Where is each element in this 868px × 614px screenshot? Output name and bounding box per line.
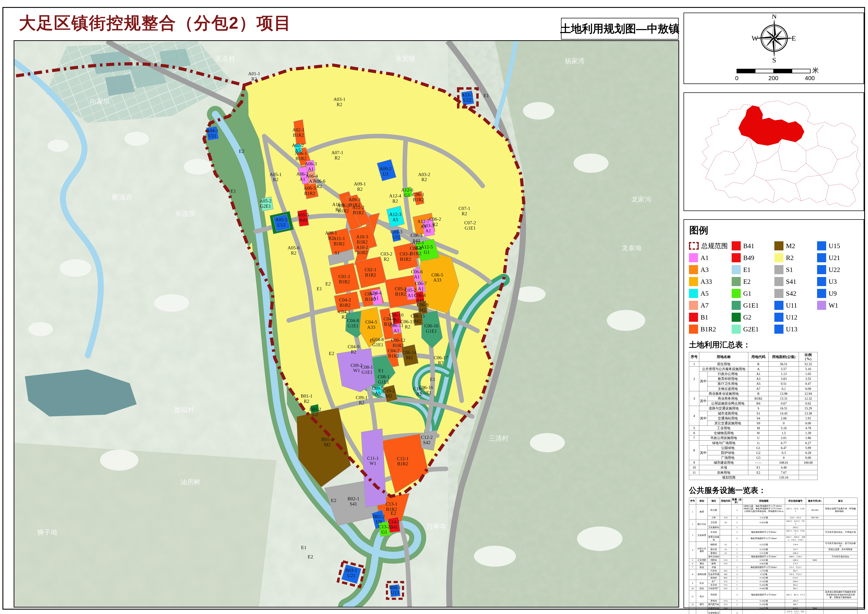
table-cell: 11: [689, 591, 696, 603]
table-cell: 8: [689, 569, 696, 580]
table-cell: 0.44公顷: [743, 587, 785, 591]
color-swatch: [731, 301, 741, 310]
table-cell: 1: [731, 576, 743, 580]
compass-s: S: [772, 56, 776, 64]
table-cell: [806, 535, 823, 542]
table-cell: 0.00: [799, 455, 818, 460]
legend-item-A7: A7: [689, 300, 731, 310]
legend-item-G2E1: G2E1: [731, 324, 773, 334]
table-cell: [720, 529, 731, 535]
table-cell: [720, 555, 731, 558]
table-cell: 3.83: [769, 377, 799, 381]
legend-item-B1: B1: [689, 312, 731, 323]
table-cell: A1: [720, 541, 731, 548]
legend-label: A33: [700, 278, 712, 285]
table-cell: 道路交通: [696, 569, 708, 580]
parcel-label-C06-12: C06-12B1R2: [391, 338, 405, 348]
main-map: 关圣村永安镇杨家湾向家坝断浅岩长连坝龙家沟龙泰坳加福村三清村万寿寺狮子坳油房树 …: [14, 41, 679, 607]
legend-label: G2: [743, 313, 751, 321]
table-cell: 污水处理厂: [708, 587, 720, 591]
table-cell: 1: [731, 526, 743, 529]
legend-item-总规范围: 总规范围: [689, 240, 731, 251]
legend-label: R2: [786, 254, 793, 262]
compass-n: N: [772, 14, 776, 20]
color-swatch: [689, 313, 698, 322]
district-subline: [837, 151, 856, 160]
table-cell: 通信: [696, 562, 708, 566]
table-cell: 文娱体育: [696, 529, 708, 541]
table-cell: [823, 551, 857, 555]
table-cell: 规划范围: [689, 475, 769, 480]
table-cell: B1B2: [748, 396, 769, 401]
table-cell: 100.00: [799, 460, 818, 465]
district-subline: [725, 153, 740, 175]
table-cell: 1: [731, 541, 743, 548]
table-cell: 广场用地: [707, 455, 748, 460]
district-subline: [725, 163, 757, 188]
table-cell: [823, 569, 857, 572]
legend-label: G2E1: [743, 325, 759, 333]
color-swatch: [774, 325, 783, 334]
table-cell: U11: [720, 583, 731, 587]
table-cell: [823, 516, 857, 519]
table-cell: A09-1、C10-1: [785, 555, 806, 558]
table-cell: C4-4: [785, 541, 806, 548]
table-cell: U11: [720, 580, 731, 583]
table-cell: U12: [720, 599, 731, 603]
table-cell: 小学: [708, 516, 720, 519]
table-cell: 0: [769, 421, 799, 426]
table-cell: [806, 583, 823, 587]
table-cell: 2: [731, 516, 743, 519]
table-cell: A5: [720, 519, 731, 526]
table-cell: A02-2、A12-3、C9-3: [785, 519, 806, 526]
legend-item-A5: A5: [689, 288, 731, 299]
table-cell: [806, 519, 823, 526]
table-cell: 3: [689, 391, 699, 406]
parcel-label-A02-1: A02-1B1R2: [292, 127, 304, 138]
place-label-向家坝: 向家坝: [90, 98, 110, 105]
place-label-永安镇: 永安镇: [395, 55, 415, 62]
table-cell: 6班幼儿园，每处用地面积不小于1800m²；9班幼儿园，每处用地面积不小于270…: [743, 504, 785, 516]
table-cell: 6: [689, 562, 696, 566]
table-cell: C3-3: [785, 562, 806, 566]
table-cell: 0: [769, 455, 799, 460]
table-cell: 5000: [806, 558, 823, 562]
table-cell: A09-2: [785, 558, 806, 562]
table-cell: ——: [748, 460, 769, 465]
table-cell: 13.98: [769, 391, 799, 396]
table-cell: 2: [731, 566, 743, 569]
table-cell: [823, 606, 857, 610]
table-cell: A1: [748, 372, 769, 377]
table-cell: 108.01: [769, 460, 799, 465]
color-swatch: [731, 265, 741, 274]
table-cell: 社区公共服务: [696, 541, 708, 558]
table-cell: [806, 541, 823, 548]
table-cell: 居住用地: [699, 361, 748, 366]
table-cell: 5.16: [769, 426, 799, 431]
color-swatch: [774, 301, 783, 310]
table-cell: 1.91: [799, 416, 818, 421]
table-cell: S1: [748, 411, 769, 416]
table-cell: [823, 583, 857, 587]
parcel-label-A12-2: A12-2B1R2: [352, 205, 364, 215]
table-cell: 0.15公顷: [743, 548, 785, 551]
table-cell: 其中: [699, 411, 707, 426]
table-cell: A03-1、A05-6、A09-1、C6-2、C10-1: [785, 535, 806, 542]
table-cell: 4.78: [799, 426, 818, 431]
table-cell: 卫生院: [708, 519, 720, 526]
table-cell: 3.55: [799, 377, 818, 381]
table-cell: 1.39: [799, 431, 818, 436]
legend-item-S41: S41: [774, 276, 816, 287]
legend-label: U21: [829, 254, 840, 262]
table-cell: [823, 576, 857, 580]
table-cell: 畜牧站: [708, 551, 720, 555]
table-cell: 教育: [696, 504, 708, 519]
table-cell: 2.06: [769, 416, 799, 421]
table-cell: M: [748, 426, 769, 431]
area-label-E1: E1: [430, 377, 435, 382]
table-cell: [720, 504, 731, 516]
legend-item-M2: M2: [774, 240, 816, 251]
table-cell: 城市建设用地: [699, 460, 748, 465]
parcel-label-C08-1: C08-1G1E1: [361, 364, 373, 375]
table-cell: U21: [720, 587, 731, 591]
